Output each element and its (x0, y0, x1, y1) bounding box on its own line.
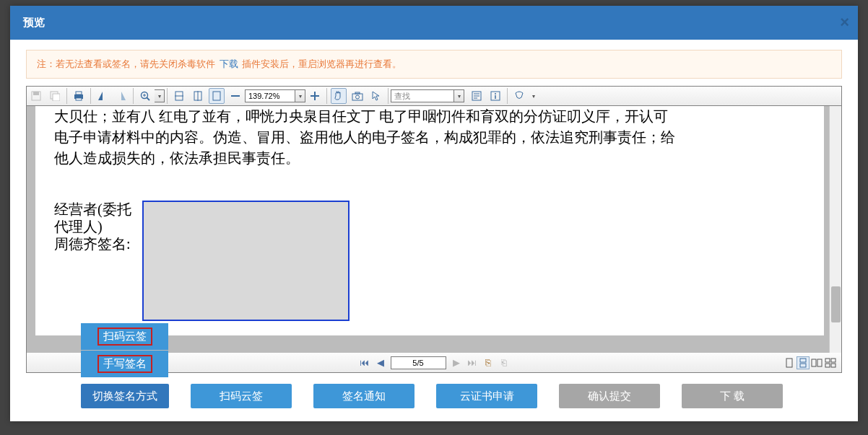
signature-mode-popup: 扫码云签 手写签名 (81, 323, 168, 378)
switch-sign-mode-button[interactable]: 切换签名方式 (81, 384, 169, 408)
signature-row: 经营者(委托 代理人) 周德齐签名: (54, 201, 805, 321)
print-icon[interactable] (71, 88, 87, 104)
svg-rect-21 (352, 94, 363, 100)
svg-rect-32 (800, 359, 806, 362)
rotate-right-icon[interactable] (113, 88, 129, 104)
scan-cloud-sign-option[interactable]: 扫码云签 (81, 323, 168, 350)
svg-rect-35 (817, 359, 822, 366)
svg-rect-23 (355, 92, 360, 94)
svg-rect-37 (831, 359, 836, 362)
zoom-select-dropdown-icon[interactable]: ▾ (295, 89, 305, 102)
page-mode-2-icon: ⎗ (498, 357, 510, 368)
zoom-input[interactable]: 139.72% (245, 89, 295, 102)
prev-page-icon[interactable]: ◀ (375, 357, 386, 368)
select-tool-icon[interactable] (368, 88, 384, 104)
stamp-icon[interactable] (511, 88, 527, 104)
zoom-plus-icon[interactable] (307, 88, 323, 104)
svg-rect-39 (831, 364, 836, 367)
fit-page-icon[interactable] (209, 88, 225, 104)
search-input[interactable]: 查找 (391, 89, 454, 102)
svg-rect-5 (76, 92, 82, 95)
fit-width-icon[interactable] (171, 88, 187, 104)
scan-cloud-sign-button[interactable]: 扫码云签 (191, 384, 292, 408)
single-page-view-icon[interactable] (783, 356, 796, 369)
zoom-dropdown-icon[interactable]: ▾ (155, 89, 165, 102)
document-text: 大贝仕；並有八 红电了並有，呷恍力央泉目任文丁 电了甲咽忉件和育双的分仿证叨义厈… (54, 106, 805, 169)
preview-modal: 预览 × 注：若无法查看或签名，请先关闭杀毒软件 下载 插件安装后，重启浏览器再… (10, 6, 858, 421)
svg-rect-36 (825, 359, 830, 362)
continuous-view-icon[interactable] (797, 356, 810, 369)
save-as-icon (47, 88, 63, 104)
confirm-submit-button: 确认提交 (559, 384, 660, 408)
fit-height-icon[interactable] (190, 88, 206, 104)
notice-text-suffix: 插件安装后，重启浏览器再进行查看。 (242, 58, 402, 69)
svg-rect-18 (231, 95, 240, 97)
svg-rect-31 (786, 359, 792, 367)
svg-marker-7 (98, 92, 103, 100)
download-button: 下 载 (682, 384, 783, 408)
svg-rect-34 (812, 359, 816, 366)
svg-point-22 (356, 95, 360, 99)
notice-banner: 注：若无法查看或签名，请先关闭杀毒软件 下载 插件安装后，重启浏览器再进行查看。 (26, 50, 842, 79)
stamp-dropdown-icon[interactable]: ▾ (529, 89, 539, 102)
download-plugin-link[interactable]: 下载 (220, 58, 238, 69)
modal-title: 预览 (23, 16, 45, 30)
svg-marker-8 (121, 92, 126, 100)
search-dropdown-icon[interactable]: ▾ (454, 89, 464, 102)
svg-rect-33 (800, 364, 806, 367)
document-page: 大贝仕；並有八 红电了並有，呷恍力央泉目任文丁 电了甲咽忉件和育双的分仿证叨义厈… (35, 106, 824, 335)
signature-box[interactable] (142, 201, 350, 321)
viewer-toolbar: ▾ 139.72% ▾ (27, 87, 841, 106)
svg-rect-1 (33, 92, 39, 95)
scrollbar-thumb[interactable] (831, 286, 841, 322)
snapshot-icon[interactable] (350, 88, 365, 104)
first-page-icon[interactable]: ⏮ (359, 357, 370, 368)
page-input[interactable]: 5/5 (391, 356, 446, 369)
notice-text-prefix: 注：若无法查看或签名，请先关闭杀毒软件 (37, 58, 218, 69)
save-icon (28, 88, 44, 104)
svg-point-29 (495, 93, 496, 95)
vertical-scrollbar[interactable] (829, 106, 841, 353)
bottom-action-bar: 切换签名方式 扫码云签 签名通知 云证书申请 确认提交 下 载 (81, 384, 783, 408)
two-page-view-icon[interactable] (810, 356, 823, 369)
note-icon[interactable] (487, 88, 503, 104)
rotate-left-icon[interactable] (95, 88, 110, 104)
annotation-icon[interactable] (469, 88, 485, 104)
document-viewport[interactable]: 大贝仕；並有八 红电了並有，呷恍力央泉目任文丁 电了甲咽忉件和育双的分仿证叨义厈… (27, 106, 841, 353)
sign-notify-button[interactable]: 签名通知 (313, 384, 415, 408)
close-icon[interactable]: × (840, 13, 849, 32)
zoom-out-icon[interactable] (227, 88, 243, 104)
svg-rect-38 (825, 364, 830, 367)
svg-rect-3 (53, 94, 60, 101)
svg-rect-17 (213, 92, 220, 100)
hand-tool-icon[interactable] (331, 88, 347, 104)
handwrite-sign-option[interactable]: 手写签名 (81, 351, 168, 377)
zoom-in-icon[interactable] (137, 88, 153, 104)
modal-header: 预览 × (10, 6, 858, 40)
next-page-icon: ▶ (451, 357, 462, 368)
book-view-icon[interactable] (824, 356, 837, 369)
page-mode-1-icon[interactable]: ⎘ (482, 357, 494, 368)
signature-label: 经营者(委托 代理人) 周德齐签名: (54, 201, 141, 321)
cloud-cert-apply-button[interactable]: 云证书申请 (436, 384, 537, 408)
last-page-icon: ⏭ (466, 357, 478, 368)
svg-line-10 (147, 97, 149, 100)
svg-rect-6 (76, 98, 82, 100)
